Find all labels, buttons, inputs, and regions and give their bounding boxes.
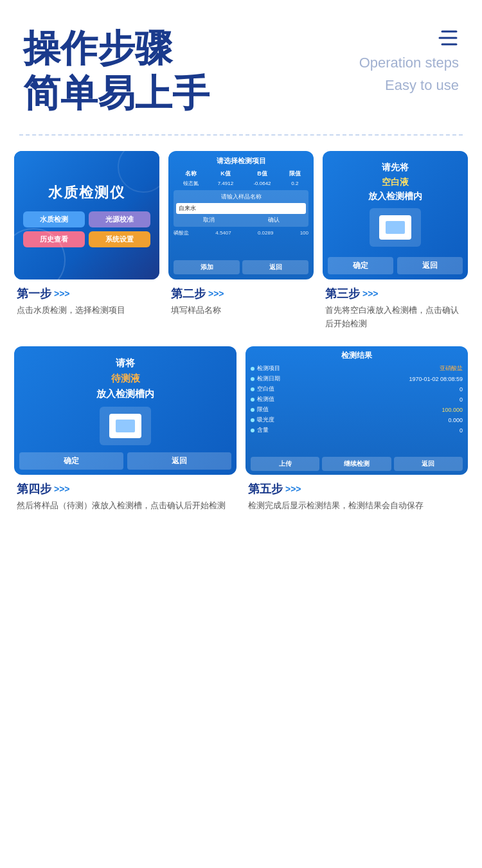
card1-btn-water[interactable]: 水质检测 [23, 211, 85, 227]
card2-cancel-confirm: 取消 确认 [176, 216, 306, 224]
card2-cancel[interactable]: 取消 [203, 216, 215, 224]
step-5-back-btn[interactable]: 返回 [394, 457, 463, 471]
card1-btn-light[interactable]: 光源校准 [89, 211, 150, 227]
col-b: B值 [243, 168, 281, 179]
dot-1 [251, 377, 254, 381]
step-5-label: 第五步 >>> [248, 481, 465, 497]
step-3-title: 请先将 空白液 放入检测槽内 [368, 160, 422, 203]
dot-0 [251, 367, 254, 371]
step-3-back-btn[interactable]: 返回 [397, 257, 463, 274]
card2-bottom-row: 磷酸盐 4.5407 0.0289 100 [174, 229, 308, 236]
step-1-image: 水质检测仪 水质检测 光源校准 历史查看 系统设置 [14, 151, 159, 279]
step-5-image: 检测结果 检测项目 亚硝酸盐 检测日期 1970-01-02 08:08:59 … [245, 346, 468, 475]
step-4-image: 请将 待测液 放入检测槽内 确定 返回 [14, 346, 237, 475]
step-3: 请先将 空白液 放入检测槽内 确定 返回 第三步 >>> [323, 151, 468, 333]
card1-device-title: 水质检测仪 [48, 183, 125, 202]
step-4-device [100, 407, 151, 445]
step-1-label: 第一步 >>> [17, 286, 157, 301]
step-2-desc: 第二步 >>> 填写样品名称 [168, 279, 314, 320]
step-4-desc: 第四步 >>> 然后将样品（待测）液放入检测槽，点击确认后开始检测 [14, 475, 237, 515]
step-5-upload-btn[interactable]: 上传 [251, 457, 319, 471]
card2-add-btn[interactable]: 添加 [174, 260, 240, 274]
step-4-arrow: >>> [54, 484, 70, 494]
step-3-highlight: 空白液 [382, 177, 409, 187]
step-1-arrow: >>> [54, 288, 70, 299]
result-row-4: 限值 100.000 [251, 405, 463, 415]
dot-3 [251, 398, 254, 402]
step-5-card: 检测结果 检测项目 亚硝酸盐 检测日期 1970-01-02 08:08:59 … [245, 346, 468, 475]
step-3-label: 第三步 >>> [325, 286, 465, 301]
step-3-text: 首先将空白液放入检测槽，点击确认后开始检测 [325, 304, 465, 331]
step-5-text: 检测完成后显示检测结果，检测结果会自动保存 [248, 499, 465, 513]
val-6: 0 [460, 427, 463, 434]
device-screen [386, 221, 405, 234]
card2-header: 请选择检测项目 [174, 156, 308, 166]
card1-btn-settings[interactable]: 系统设置 [89, 231, 150, 247]
col-limit: 限值 [281, 168, 308, 179]
card2-input-field[interactable]: 自来水 [176, 203, 306, 214]
step-1-text: 点击水质检测，选择检测项目 [17, 304, 157, 317]
result-row-1: 检测日期 1970-01-02 08:08:59 [251, 374, 463, 384]
step-3-card: 请先将 空白液 放入检测槽内 确定 返回 [323, 151, 468, 279]
step-4-label: 第四步 >>> [17, 481, 234, 497]
step-2: 请选择检测项目 名称 K值 B值 限值 铵态氮 7.4912 [168, 151, 314, 333]
step-5-action-buttons: 上传 继续检测 返回 [251, 457, 463, 471]
val-3: 0 [460, 396, 463, 403]
step-4-text: 然后将样品（待测）液放入检测槽，点击确认后开始检测 [17, 499, 234, 513]
steps-row-1: 水质检测仪 水质检测 光源校准 历史查看 系统设置 第一步 >>> 点击水质检测… [0, 151, 482, 333]
step-3-action-buttons: 确定 返回 [328, 257, 463, 274]
step-3-image: 请先将 空白液 放入检测槽内 确定 返回 [323, 151, 468, 279]
col-name: 名称 [174, 168, 208, 179]
step-4-confirm-btn[interactable]: 确定 [19, 452, 123, 470]
dot-5 [251, 418, 254, 422]
card2-back-btn[interactable]: 返回 [242, 260, 308, 274]
step-4-back-btn[interactable]: 返回 [127, 452, 231, 470]
val-5: 0.000 [448, 417, 463, 423]
device-body [379, 215, 411, 240]
subtitle-en: Operation steps Easy to use [359, 51, 459, 96]
val-1: 1970-01-02 08:08:59 [409, 376, 463, 382]
step-1: 水质检测仪 水质检测 光源校准 历史查看 系统设置 第一步 >>> 点击水质检测… [14, 151, 159, 333]
step-2-arrow: >>> [208, 288, 224, 299]
step-5: 检测结果 检测项目 亚硝酸盐 检测日期 1970-01-02 08:08:59 … [245, 346, 468, 515]
card2-input-section: 请输入样品名称 自来水 取消 确认 [174, 190, 308, 227]
step-3-arrow: >>> [362, 288, 379, 299]
step-4-action-buttons: 确定 返回 [19, 452, 231, 470]
val-2: 0 [460, 386, 463, 393]
card2-table: 名称 K值 B值 限值 铵态氮 7.4912 -0.0642 0.2 [174, 168, 308, 188]
step-1-desc: 第一步 >>> 点击水质检测，选择检测项目 [14, 279, 159, 320]
menu-icon[interactable] [437, 28, 459, 52]
result-row-6: 含量 0 [251, 425, 463, 436]
step-2-text: 填写样品名称 [171, 304, 311, 317]
val-4: 100.000 [442, 407, 463, 413]
step-4: 请将 待测液 放入检测槽内 确定 返回 第四步 >>> [14, 346, 237, 515]
step-3-desc: 第三步 >>> 首先将空白液放入检测槽，点击确认后开始检测 [323, 279, 468, 333]
dot-6 [251, 429, 254, 432]
card2-action-buttons: 添加 返回 [174, 260, 308, 274]
step-5-desc: 第五步 >>> 检测完成后显示检测结果，检测结果会自动保存 [245, 475, 468, 515]
card5-title: 检测结果 [251, 350, 463, 361]
step-4-title: 请将 待测液 放入检测槽内 [96, 355, 154, 402]
step-3-confirm-btn[interactable]: 确定 [328, 257, 393, 274]
step-5-continue-btn[interactable]: 继续检测 [322, 457, 391, 471]
card2-input-label: 请输入样品名称 [176, 193, 306, 201]
result-row-0: 检测项目 亚硝酸盐 [251, 364, 463, 374]
step-3-device [370, 208, 421, 247]
step-2-card: 请选择检测项目 名称 K值 B值 限值 铵态氮 7.4912 [168, 151, 314, 279]
device-body-4 [109, 414, 141, 438]
device-screen-4 [116, 420, 135, 432]
result-row-5: 吸光度 0.000 [251, 415, 463, 425]
step-2-label: 第二步 >>> [171, 286, 311, 301]
steps-row-2: 请将 待测液 放入检测槽内 确定 返回 第四步 >>> [0, 340, 482, 515]
step-5-arrow: >>> [285, 484, 301, 494]
dot-2 [251, 387, 254, 391]
val-0: 亚硝酸盐 [440, 364, 463, 373]
table-row: 铵态氮 7.4912 -0.0642 0.2 [174, 179, 308, 188]
result-row-2: 空白值 0 [251, 384, 463, 394]
header: 操作步骤 简单易上手 Operation steps Easy to use [0, 0, 482, 128]
col-k: K值 [208, 168, 244, 179]
dot-4 [251, 408, 254, 412]
step-2-image: 请选择检测项目 名称 K值 B值 限值 铵态氮 7.4912 [168, 151, 314, 279]
step-4-highlight: 待测液 [111, 373, 140, 384]
card2-confirm[interactable]: 确认 [268, 216, 280, 224]
